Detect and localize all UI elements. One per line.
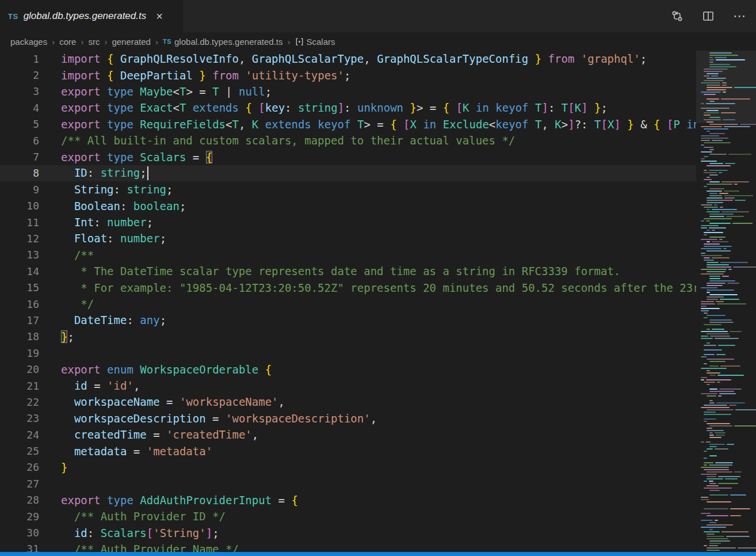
line-number: 8	[0, 167, 39, 179]
code-area[interactable]: 1import { GraphQLResolveInfo, GraphQLSca…	[0, 51, 696, 552]
breadcrumb-label: core	[59, 37, 76, 47]
breadcrumb-item-packages[interactable]: packages	[10, 37, 47, 47]
breadcrumb-item-core[interactable]: core	[59, 37, 76, 47]
more-actions-icon: ⋯	[733, 10, 746, 22]
close-icon[interactable]: ×	[156, 10, 163, 22]
tab-title: global.db.types.generated.ts	[24, 10, 147, 22]
chevron-right-icon: ›	[288, 37, 291, 47]
code-line[interactable]: 9 String: string;	[0, 181, 696, 197]
line-number: 29	[0, 511, 39, 523]
code-line[interactable]: 28export type AddAuthProviderInput = {	[0, 492, 696, 508]
code-line[interactable]: 12 Float: number;	[0, 230, 696, 246]
code-text: Int: number;	[61, 216, 696, 229]
code-line[interactable]: 31 /** Auth Provider Name */	[0, 541, 696, 552]
line-number: 10	[0, 200, 39, 212]
code-text: workspaceName = 'workspaceName',	[61, 395, 696, 408]
line-number: 23	[0, 412, 39, 424]
line-number: 3	[0, 85, 39, 97]
split-editor-button[interactable]	[701, 9, 716, 24]
line-number: 19	[0, 347, 39, 359]
line-number: 5	[0, 118, 39, 130]
line-number: 6	[0, 135, 39, 147]
line-number: 14	[0, 265, 39, 277]
chevron-right-icon: ›	[104, 37, 107, 47]
code-text: createdTime = 'createdTime',	[61, 428, 696, 441]
code-text: * The DateTime scalar type represents da…	[61, 265, 696, 277]
code-line[interactable]: 29 /** Auth Provider ID */	[0, 508, 696, 524]
code-line[interactable]: 30 id: Scalars['String'];	[0, 524, 696, 540]
code-text: export enum WorkspaceOrderable {	[61, 363, 696, 376]
code-line[interactable]: 1import { GraphQLResolveInfo, GraphQLSca…	[0, 51, 696, 67]
line-number: 21	[0, 380, 39, 392]
code-text: * For example: "1985-04-12T23:20:50.52Z"…	[61, 281, 696, 294]
tab-bar: TS global.db.types.generated.ts × ⋯	[0, 0, 756, 32]
code-line[interactable]: 20export enum WorkspaceOrderable {	[0, 361, 696, 377]
code-line[interactable]: 16 */	[0, 296, 696, 312]
chevron-right-icon: ›	[52, 37, 55, 47]
code-line[interactable]: 5export type RequireFields<T, K extends …	[0, 116, 696, 132]
code-line[interactable]: 25 metadata = 'metadata'	[0, 443, 696, 459]
minimap[interactable]	[696, 51, 756, 552]
line-number: 24	[0, 429, 39, 441]
breadcrumb-label: global.db.types.generated.ts	[174, 37, 282, 47]
status-bar	[0, 552, 756, 556]
breadcrumb-item-global-db-types-generated-ts[interactable]: TSglobal.db.types.generated.ts	[163, 37, 283, 47]
symbol-icon	[295, 37, 304, 46]
code-line[interactable]: 21 id = 'id',	[0, 378, 696, 394]
code-line[interactable]: 18};	[0, 329, 696, 345]
breadcrumb-label: packages	[10, 37, 47, 47]
editor: 1import { GraphQLResolveInfo, GraphQLSca…	[0, 51, 756, 552]
code-line[interactable]: 2import { DeepPartial } from 'utility-ty…	[0, 67, 696, 83]
split-editor-icon	[702, 10, 715, 22]
code-line[interactable]: 19	[0, 345, 696, 361]
line-number: 7	[0, 151, 39, 163]
code-text: metadata = 'metadata'	[61, 445, 696, 458]
line-number: 13	[0, 249, 39, 261]
open-changes-button[interactable]	[670, 9, 685, 24]
breadcrumb-item-src[interactable]: src	[88, 37, 100, 47]
code-line[interactable]: 22 workspaceName = 'workspaceName',	[0, 394, 696, 410]
chevron-right-icon: ›	[81, 37, 83, 47]
editor-actions: ⋯	[670, 0, 747, 32]
code-line[interactable]: 17 DateTime: any;	[0, 312, 696, 328]
code-line[interactable]: 26}	[0, 459, 696, 475]
code-line[interactable]: 23 workspaceDescription = 'workspaceDesc…	[0, 410, 696, 426]
code-line[interactable]: 6/** All built-in and custom scalars, ma…	[0, 132, 696, 148]
more-actions-button[interactable]: ⋯	[732, 9, 747, 24]
code-text: /** Auth Provider ID */	[61, 510, 696, 523]
breadcrumb-item-generated[interactable]: generated	[112, 37, 151, 47]
code-line[interactable]: 7export type Scalars = {	[0, 148, 696, 165]
code-line[interactable]: 11 Int: number;	[0, 214, 696, 230]
breadcrumb-item-scalars[interactable]: Scalars	[295, 37, 335, 47]
tab-global-db-types[interactable]: TS global.db.types.generated.ts ×	[0, 0, 183, 32]
line-number: 27	[0, 478, 39, 490]
code-line[interactable]: 4export type Exact<T extends { [key: str…	[0, 100, 696, 116]
code-text: workspaceDescription = 'workspaceDescrip…	[61, 412, 696, 425]
line-number: 30	[0, 527, 39, 539]
code-text: */	[61, 298, 696, 310]
breadcrumb-label: Scalars	[307, 37, 335, 47]
code-line[interactable]: 10 Boolean: boolean;	[0, 198, 696, 214]
text-cursor	[147, 166, 148, 180]
code-line[interactable]: 14 * The DateTime scalar type represents…	[0, 263, 696, 279]
line-number: 20	[0, 363, 39, 375]
line-number: 9	[0, 184, 39, 196]
line-number: 11	[0, 216, 39, 229]
code-line[interactable]: 3export type Maybe<T> = T | null;	[0, 83, 696, 100]
code-text: /**	[61, 249, 696, 261]
code-line[interactable]: 13 /**	[0, 247, 696, 263]
code-line[interactable]: 15 * For example: "1985-04-12T23:20:50.5…	[0, 279, 696, 295]
breadcrumb-label: generated	[112, 37, 151, 47]
typescript-file-icon: TS	[163, 38, 171, 45]
line-number: 15	[0, 281, 39, 294]
code-line[interactable]: 8 ID: string;	[0, 165, 696, 181]
line-number: 18	[0, 330, 39, 342]
code-text: /** All built-in and custom scalars, map…	[61, 134, 696, 147]
code-line[interactable]: 27	[0, 475, 696, 492]
line-number: 2	[0, 69, 39, 81]
line-number: 4	[0, 102, 39, 114]
code-line[interactable]: 24 createdTime = 'createdTime',	[0, 426, 696, 443]
code-text: id: Scalars['String'];	[61, 527, 696, 539]
code-text: export type RequireFields<T, K extends k…	[61, 118, 696, 131]
line-number: 22	[0, 396, 39, 408]
